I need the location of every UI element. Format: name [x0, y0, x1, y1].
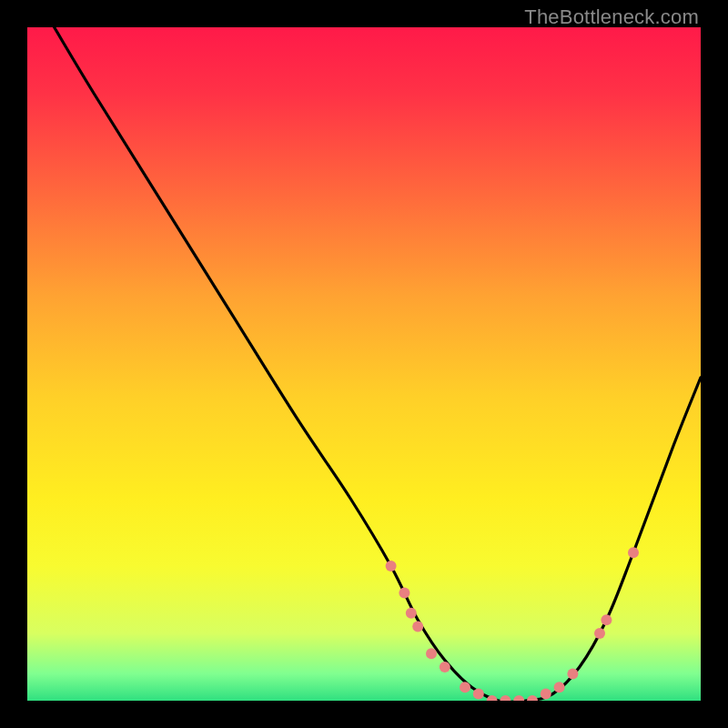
attribution-text: TheBottleneck.com	[524, 5, 699, 29]
data-marker	[440, 662, 450, 672]
bottleneck-chart	[27, 27, 701, 701]
data-marker	[386, 561, 397, 571]
data-marker	[412, 622, 423, 632]
data-marker	[594, 628, 605, 639]
data-marker	[601, 614, 612, 625]
data-marker	[554, 682, 565, 693]
data-marker	[460, 682, 470, 693]
chart-background	[27, 27, 701, 701]
data-marker	[541, 689, 551, 700]
data-marker	[399, 588, 410, 599]
data-marker	[406, 608, 417, 619]
data-marker	[628, 547, 639, 558]
data-marker	[426, 648, 437, 659]
data-marker	[567, 668, 578, 679]
data-marker	[473, 689, 484, 700]
chart-frame	[27, 27, 701, 701]
